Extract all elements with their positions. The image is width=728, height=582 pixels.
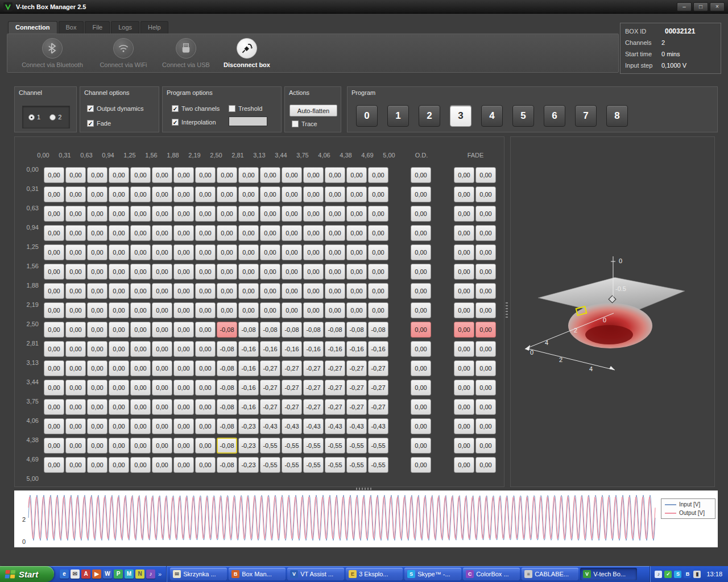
od-cell[interactable]: 0,00 [411, 244, 431, 260]
grid-cell[interactable]: -0,27 [346, 399, 367, 415]
grid-cell[interactable]: 0,00 [282, 244, 302, 260]
grid-cell[interactable]: 0,00 [44, 322, 64, 338]
grid-cell[interactable]: 0,00 [109, 206, 129, 222]
task-button-7[interactable]: ≡CABLABE... [522, 568, 578, 580]
grid-cell[interactable]: 0,00 [152, 264, 172, 280]
grid-cell[interactable]: 0,00 [217, 264, 237, 280]
grid-cell[interactable]: 0,00 [87, 457, 107, 473]
fade-cell[interactable]: 0,00 [454, 322, 474, 338]
grid-cell[interactable]: -0,27 [346, 360, 367, 376]
grid-cell[interactable]: -0,27 [282, 380, 302, 396]
grid-cell[interactable]: 0,00 [173, 167, 194, 183]
program-button-6[interactable]: 6 [544, 105, 565, 127]
grid-cell[interactable]: 0,00 [109, 322, 129, 338]
grid-cell[interactable]: 0,00 [368, 167, 388, 183]
fade-cell[interactable]: 0,00 [454, 167, 474, 183]
grid-cell[interactable]: 0,00 [282, 302, 302, 318]
grid-cell[interactable]: 0,00 [152, 341, 172, 357]
grid-cell[interactable]: -0,43 [260, 418, 280, 434]
grid-cell[interactable]: 0,00 [238, 264, 259, 280]
grid-cell[interactable]: -0,55 [325, 457, 345, 473]
fade-cell[interactable]: 0,00 [454, 206, 474, 222]
grid-cell[interactable]: -0,27 [260, 380, 280, 396]
od-cell[interactable]: 0,00 [411, 264, 431, 280]
grid-cell[interactable]: 0,00 [109, 167, 129, 183]
word-icon[interactable]: W [103, 569, 112, 579]
fade-cell[interactable]: 0,00 [454, 225, 474, 241]
grid-cell[interactable]: -0,08 [282, 322, 302, 338]
task-button-4[interactable]: E3 Eksplo... [346, 568, 403, 580]
grid-cell[interactable]: 0,00 [109, 341, 129, 357]
fade-cell[interactable]: 0,00 [454, 283, 474, 299]
grid-cell[interactable]: -0,08 [368, 322, 388, 338]
grid-cell[interactable]: 0,00 [87, 283, 107, 299]
grid-cell[interactable]: 0,00 [152, 399, 172, 415]
fade-cell[interactable]: 0,00 [475, 302, 496, 318]
grid-cell[interactable]: 0,00 [325, 244, 345, 260]
grid-cell[interactable]: 0,00 [217, 225, 237, 241]
grid-cell[interactable]: 0,00 [65, 322, 86, 338]
grid-cell[interactable]: -0,16 [260, 341, 280, 357]
grid-cell[interactable]: 0,00 [173, 418, 194, 434]
minimize-button[interactable]: – [677, 2, 692, 11]
fade-cell[interactable]: 0,00 [454, 418, 474, 434]
grid-cell[interactable]: 0,00 [260, 302, 280, 318]
tab-logs[interactable]: Logs [111, 21, 139, 34]
grid-cell[interactable]: 0,00 [87, 264, 107, 280]
grid-cell[interactable]: 0,00 [303, 264, 324, 280]
grid-cell[interactable]: -0,55 [368, 457, 388, 473]
grid-cell[interactable]: 0,00 [325, 167, 345, 183]
grid-cell[interactable]: 0,00 [109, 418, 129, 434]
checkbox-interpolation[interactable]: Interpolation [172, 119, 216, 126]
od-cell[interactable]: 0,00 [411, 438, 431, 454]
grid-cell[interactable]: -0,08 [303, 322, 324, 338]
grid-cell[interactable]: 0,00 [87, 167, 107, 183]
grid-cell[interactable]: 0,00 [130, 380, 151, 396]
grid-cell[interactable]: 0,00 [65, 302, 86, 318]
grid-cell[interactable]: 0,00 [173, 322, 194, 338]
grid-cell[interactable]: 0,00 [195, 457, 216, 473]
grid-cell[interactable]: 0,00 [260, 264, 280, 280]
grid-cell[interactable]: 0,00 [65, 264, 86, 280]
grid-cell[interactable]: 0,00 [346, 167, 367, 183]
grid-cell[interactable]: 0,00 [152, 418, 172, 434]
grid-cell[interactable]: 0,00 [65, 283, 86, 299]
grid-cell[interactable]: 0,00 [65, 360, 86, 376]
grid-cell[interactable]: 0,00 [44, 225, 64, 241]
grid-cell[interactable]: 0,00 [87, 186, 107, 202]
fade-cell[interactable]: 0,00 [475, 167, 496, 183]
grid-cell[interactable]: -0,08 [217, 418, 237, 434]
grid-cell[interactable]: 0,00 [195, 341, 216, 357]
od-cell[interactable]: 0,00 [411, 457, 431, 473]
grid-cell[interactable]: 0,00 [173, 438, 194, 454]
grid-cell[interactable]: 0,00 [195, 283, 216, 299]
grid-cell[interactable]: 0,00 [152, 380, 172, 396]
bluetooth-connect-button[interactable]: Connect via Bluetooth [15, 38, 89, 68]
grid-cell[interactable]: 0,00 [238, 186, 259, 202]
grid-cell[interactable]: 0,00 [173, 225, 194, 241]
fade-cell[interactable]: 0,00 [454, 341, 474, 357]
grid-cell[interactable]: 0,00 [65, 418, 86, 434]
grid-cell[interactable]: 0,00 [368, 302, 388, 318]
grid-cell[interactable]: -0,16 [282, 341, 302, 357]
grid-cell[interactable]: 0,00 [238, 302, 259, 318]
surface-plot-panel[interactable]: 0 -0.5 0 2 4 0 2 4 [510, 136, 715, 487]
grid-cell[interactable]: 0,00 [282, 186, 302, 202]
grid-cell[interactable]: -0,16 [325, 341, 345, 357]
acrobat-icon[interactable]: A [81, 569, 90, 579]
grid-cell[interactable]: 0,00 [130, 418, 151, 434]
grid-cell[interactable]: 0,00 [346, 283, 367, 299]
grid-cell[interactable]: -0,27 [325, 399, 345, 415]
grid-cell[interactable]: -0,55 [303, 457, 324, 473]
grid-cell[interactable]: 0,00 [368, 244, 388, 260]
grid-cell[interactable]: 0,00 [325, 186, 345, 202]
channel-radio-2[interactable]: 2 [49, 114, 61, 120]
mail-icon[interactable]: ✉ [71, 569, 80, 579]
grid-cell[interactable]: -0,16 [238, 341, 259, 357]
grid-cell[interactable]: 0,00 [238, 167, 259, 183]
grid-cell[interactable]: 0,00 [130, 167, 151, 183]
antivirus-tray-icon[interactable]: ✓ [664, 571, 672, 578]
grid-cell[interactable]: 0,00 [173, 283, 194, 299]
grid-cell[interactable]: -0,08 [217, 438, 237, 454]
grid-cell[interactable]: 0,00 [44, 360, 64, 376]
